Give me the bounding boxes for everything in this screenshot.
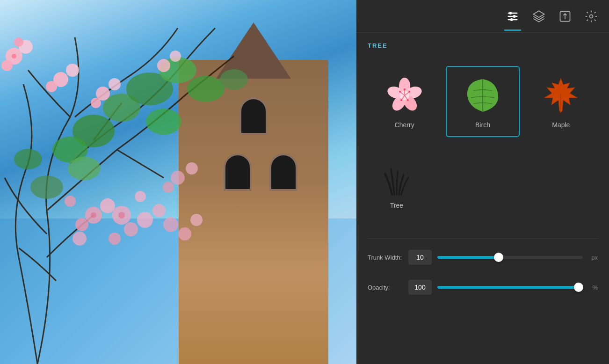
svg-point-41 xyxy=(91,212,96,218)
tree-option-birch[interactable]: Birch xyxy=(446,66,519,137)
birch-icon xyxy=(462,74,504,116)
svg-point-42 xyxy=(118,212,125,218)
content-area: TREE xyxy=(356,33,609,364)
trunk-width-slider-container xyxy=(437,256,583,259)
birch-label: Birch xyxy=(475,121,490,129)
svg-point-39 xyxy=(163,182,174,193)
settings-icon[interactable] xyxy=(583,8,600,25)
svg-point-40 xyxy=(12,54,16,58)
svg-point-27 xyxy=(124,222,138,236)
svg-point-13 xyxy=(1,60,13,71)
svg-point-29 xyxy=(109,233,121,245)
svg-point-14 xyxy=(14,37,23,47)
cherry-label: Cherry xyxy=(395,121,414,129)
svg-point-35 xyxy=(178,227,191,240)
svg-point-48 xyxy=(510,18,513,21)
maple-label: Maple xyxy=(552,121,570,129)
svg-point-52 xyxy=(590,15,593,18)
adjustments-icon[interactable] xyxy=(504,8,521,25)
image-panel xyxy=(0,0,356,364)
svg-point-31 xyxy=(163,217,178,232)
tree-brush-icon xyxy=(378,160,415,197)
opacity-unit: % xyxy=(588,284,598,291)
svg-point-20 xyxy=(91,98,101,108)
svg-point-28 xyxy=(137,212,153,228)
svg-point-33 xyxy=(65,196,76,207)
layers-icon[interactable] xyxy=(530,8,547,25)
opacity-row: Opacity: % xyxy=(368,280,598,295)
opacity-track xyxy=(437,286,583,289)
tree-overlay xyxy=(0,0,356,364)
section-title: TREE xyxy=(368,42,598,49)
trunk-width-unit: px xyxy=(588,254,598,261)
tree-type-grid: Cherry Birch xyxy=(368,66,598,137)
svg-point-16 xyxy=(66,64,79,77)
tree-brush-row: Tree xyxy=(368,151,598,218)
svg-point-8 xyxy=(187,76,225,102)
right-panel: TREE xyxy=(356,0,609,364)
trunk-width-row: Trunk Width: px xyxy=(368,250,598,265)
svg-point-37 xyxy=(171,171,185,185)
divider xyxy=(368,238,598,239)
opacity-slider-container xyxy=(437,286,583,289)
cherry-icon xyxy=(384,74,426,116)
svg-point-24 xyxy=(100,198,115,213)
svg-point-25 xyxy=(75,218,88,231)
svg-point-67 xyxy=(400,99,402,101)
svg-point-10 xyxy=(146,109,181,135)
crop-adjust-icon[interactable] xyxy=(557,8,573,25)
svg-point-5 xyxy=(30,175,63,199)
svg-point-17 xyxy=(46,81,57,92)
svg-point-7 xyxy=(68,157,101,180)
svg-point-30 xyxy=(152,204,166,217)
svg-point-32 xyxy=(135,191,146,202)
svg-point-21 xyxy=(157,59,170,72)
svg-point-64 xyxy=(404,88,406,90)
trunk-width-input[interactable] xyxy=(408,250,432,265)
opacity-label: Opacity: xyxy=(368,284,403,291)
tree-brush-option[interactable]: Tree xyxy=(368,151,426,218)
svg-point-34 xyxy=(72,232,87,246)
svg-point-68 xyxy=(399,91,401,93)
toolbar xyxy=(356,0,609,33)
tree-option-maple[interactable]: Maple xyxy=(524,66,598,137)
opacity-input[interactable] xyxy=(408,280,432,295)
svg-point-22 xyxy=(170,51,181,62)
svg-point-66 xyxy=(407,99,409,101)
svg-point-9 xyxy=(220,69,248,90)
trunk-width-label: Trunk Width: xyxy=(368,254,403,261)
svg-marker-49 xyxy=(533,11,544,17)
svg-point-36 xyxy=(190,214,203,226)
svg-point-46 xyxy=(509,12,512,15)
tree-option-cherry[interactable]: Cherry xyxy=(368,66,441,137)
svg-point-47 xyxy=(513,15,516,18)
svg-point-65 xyxy=(408,91,410,93)
tree-brush-label: Tree xyxy=(390,202,403,209)
svg-point-38 xyxy=(186,162,198,175)
trunk-width-track xyxy=(437,256,583,259)
svg-point-6 xyxy=(14,149,42,169)
maple-icon xyxy=(540,74,582,116)
svg-point-19 xyxy=(109,78,121,90)
